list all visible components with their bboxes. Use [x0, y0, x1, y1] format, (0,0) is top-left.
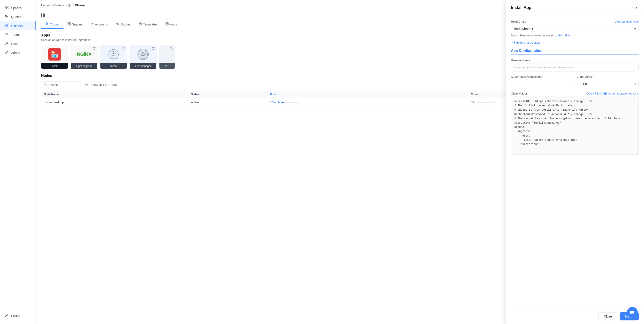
- chart-version-field-row: Chart Version 1.4.0 ▾: [577, 75, 639, 88]
- app-card-nginx-img: 🛡 NGiNX: [71, 45, 97, 63]
- harbor-logo-svg: HARBOR: [108, 49, 119, 60]
- spaces-tab-icon: [68, 22, 71, 26]
- svg-rect-1: [7, 6, 8, 7]
- app-card-kiosk-label: kiosk: [41, 63, 68, 69]
- svg-rect-0: [5, 6, 6, 7]
- tab-accounts-label: Accounts: [95, 22, 108, 26]
- install-app-panel: Install App × Helm Chart View on Helm Hu…: [505, 0, 644, 324]
- kiosk-icon: 🏪: [48, 48, 61, 60]
- tab-spaces-label: Spaces: [72, 22, 82, 26]
- cluster-tab-icon: [45, 22, 48, 26]
- tab-quotas[interactable]: Quotas: [112, 20, 134, 29]
- panel-footer: Close Install: [506, 309, 644, 324]
- col-node-name: Node Name: [41, 91, 188, 98]
- release-name-field-row: Release Name: [511, 58, 639, 71]
- svg-text:HARBOR: HARBOR: [110, 57, 117, 59]
- panel-header: Install App ×: [506, 0, 644, 15]
- breadcrumb-current: Cluster: [75, 3, 85, 7]
- svg-point-4: [5, 15, 7, 16]
- release-name-label: Release Name: [511, 58, 530, 62]
- app-card-partial-label: ce...: [160, 63, 175, 69]
- chart-values-textarea[interactable]: externalURL: https://harbor.domain # Cha…: [511, 96, 639, 155]
- sidebar-item-admin[interactable]: Admin: [0, 48, 36, 57]
- app-card-kiosk[interactable]: 🏪 kiosk: [41, 45, 68, 69]
- svg-point-22: [116, 23, 118, 24]
- helm-chart-details-button[interactable]: + Helm Chart Details: [511, 41, 639, 44]
- tab-apps[interactable]: Apps: [162, 20, 181, 29]
- app-card-harbor-img: 🛡 HARBOR: [100, 45, 127, 63]
- release-name-input[interactable]: [511, 63, 639, 71]
- helm-chart-select-wrap[interactable]: harbor/harbor ▾: [511, 24, 639, 33]
- chart-values-field-row: Chart Values Open README for configurati…: [511, 92, 639, 155]
- search-icon: [44, 83, 47, 87]
- namespace-field-row: Kubernetes Namespace loft-apps: [511, 75, 573, 88]
- sidebar-item-teams[interactable]: Teams: [0, 30, 36, 39]
- col-status: Status: [188, 91, 268, 98]
- tab-templates-label: Templates: [143, 22, 158, 26]
- chat-bubble-button[interactable]: [627, 307, 638, 318]
- breadcrumb-home[interactable]: Home: [41, 3, 49, 7]
- svg-point-5: [7, 16, 8, 18]
- svg-point-11: [6, 42, 8, 43]
- svg-rect-18: [68, 24, 69, 25]
- tab-cluster-label: Cluster: [50, 22, 60, 26]
- svg-point-10: [7, 33, 8, 34]
- app-card-harbor[interactable]: 🛡 HARBOR harbor: [100, 45, 127, 69]
- svg-point-36: [139, 50, 148, 59]
- cores-percentage: 0%: [471, 101, 475, 104]
- sidebar-item-quotas[interactable]: Quotas: [0, 12, 36, 21]
- panel-close-icon[interactable]: ×: [634, 4, 639, 11]
- showing-rows-text: Showing 1 of 1 rows: [90, 83, 117, 86]
- plus-icon: +: [511, 41, 514, 44]
- tab-templates[interactable]: Templates: [134, 20, 162, 29]
- pods-percentage: 15%: [270, 101, 276, 104]
- sidebar-item-spaces[interactable]: Spaces: [0, 3, 36, 12]
- search-box[interactable]: [41, 81, 82, 88]
- tab-accounts[interactable]: Accounts: [86, 20, 112, 29]
- view-on-helm-hub-link[interactable]: View on Helm Hub: [615, 20, 639, 23]
- svg-rect-31: [167, 24, 168, 25]
- helm-hub-link[interactable]: Helm Hub: [558, 34, 570, 37]
- templates-tab-icon: [139, 22, 142, 26]
- spaces-icon: [4, 6, 9, 10]
- sidebar-item-profile[interactable]: Profile: [0, 312, 36, 321]
- sidebar-item-teams-label: Teams: [11, 33, 20, 37]
- breadcrumb-clusters[interactable]: Clusters: [53, 3, 64, 7]
- cores-progress-bar: [477, 102, 495, 103]
- chart-version-label: Chart Version: [577, 75, 594, 78]
- app-card-harbor-label: harbor: [100, 63, 127, 69]
- app-card-nginx[interactable]: 🛡 NGiNX nginx-ingress: [71, 45, 98, 69]
- sidebar-item-spaces-label: Spaces: [11, 6, 22, 10]
- search-input[interactable]: [48, 83, 78, 86]
- svg-point-38: [44, 83, 46, 85]
- panel-body: Helm Chart View on Helm Hub harbor/harbo…: [506, 15, 644, 309]
- harbor-shield-icon: 🛡: [122, 47, 126, 51]
- open-readme-link[interactable]: Open README for configuration options: [586, 92, 639, 95]
- tab-apps-label: Apps: [170, 22, 177, 26]
- namespace-input[interactable]: loft-apps: [511, 80, 573, 88]
- partial-shield-icon: 🛡: [170, 47, 173, 51]
- pods-progress-fill: [281, 102, 284, 103]
- svg-point-21: [92, 23, 94, 24]
- svg-point-13: [6, 314, 8, 316]
- sidebar-item-clusters-label: Clusters: [11, 24, 22, 28]
- tab-cluster[interactable]: Cluster: [41, 20, 64, 29]
- sidebar-item-clusters[interactable]: Clusters: [0, 21, 36, 30]
- cluster-bars-icon: [41, 13, 45, 17]
- app-card-certmanager[interactable]: 🛡 cert-manager: [130, 45, 156, 69]
- refresh-button[interactable]: ↻: [85, 83, 88, 87]
- app-card-partial[interactable]: 🛡 ce...: [159, 45, 175, 69]
- clusters-icon: [4, 24, 9, 28]
- admin-icon: [4, 50, 9, 55]
- chart-version-select-wrap[interactable]: 1.4.0 ▾: [577, 80, 639, 88]
- chart-values-label: Chart Values: [511, 92, 528, 95]
- tab-spaces[interactable]: Spaces: [64, 20, 86, 29]
- svg-point-12: [6, 52, 8, 53]
- app-config-title: App Configuration: [511, 49, 639, 55]
- sidebar: Spaces Quotas Clusters: [0, 0, 36, 324]
- sidebar-item-users[interactable]: Users: [0, 39, 36, 48]
- chart-version-select[interactable]: 1.4.0: [577, 80, 639, 88]
- helm-chart-select[interactable]: harbor/harbor: [511, 24, 639, 33]
- svg-rect-25: [139, 23, 141, 25]
- close-button[interactable]: Close: [598, 312, 618, 321]
